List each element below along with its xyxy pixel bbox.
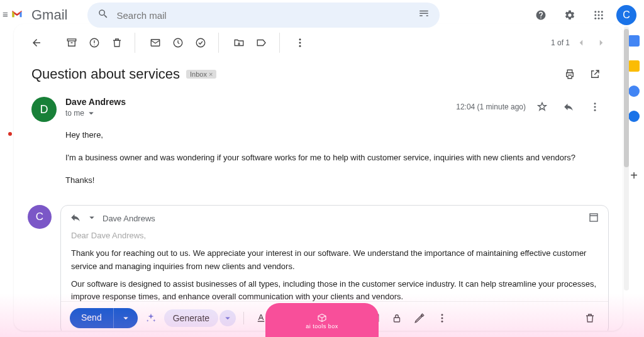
email-view: 1 of 1 Question about services Inbox× D …	[14, 24, 623, 331]
generate-button[interactable]: Generate	[164, 309, 218, 327]
svg-point-6	[594, 18, 596, 19]
email-more-icon[interactable]	[585, 97, 605, 117]
svg-point-4	[598, 14, 600, 16]
search-input[interactable]	[116, 10, 411, 21]
sender-avatar[interactable]: D	[31, 97, 57, 122]
svg-point-5	[601, 14, 603, 16]
search-icon	[97, 8, 109, 22]
send-button[interactable]: Send	[70, 308, 138, 328]
more-icon[interactable]	[290, 33, 310, 53]
svg-point-15	[299, 42, 301, 44]
compose-more-icon[interactable]	[433, 309, 452, 328]
sender-name: Dave Andrews	[65, 97, 447, 107]
labels-icon[interactable]	[252, 33, 272, 53]
remove-label-icon[interactable]: ×	[209, 70, 213, 78]
svg-point-8	[601, 18, 603, 19]
svg-rect-20	[590, 214, 597, 221]
keep-app-icon[interactable]	[628, 60, 640, 72]
svg-point-17	[594, 102, 596, 104]
star-icon[interactable]	[532, 97, 552, 117]
notification-dot	[8, 132, 12, 136]
svg-point-0	[594, 11, 596, 13]
contacts-app-icon[interactable]	[628, 111, 640, 122]
svg-rect-24	[394, 318, 400, 323]
prev-icon[interactable]	[572, 34, 590, 52]
print-icon[interactable]	[560, 64, 580, 84]
account-avatar[interactable]: C	[616, 5, 636, 25]
svg-point-7	[598, 18, 600, 19]
popout-icon[interactable]	[588, 212, 599, 225]
move-to-icon[interactable]	[229, 33, 249, 53]
email-toolbar: 1 of 1	[14, 33, 623, 59]
svg-point-1	[598, 11, 600, 13]
calendar-app-icon[interactable]	[628, 35, 640, 47]
gmail-logo-text: Gmail	[31, 7, 67, 23]
settings-icon[interactable]	[558, 4, 581, 26]
top-bar: Gmail C	[0, 0, 644, 30]
my-avatar: C	[28, 205, 52, 229]
svg-point-14	[299, 38, 301, 40]
email-subject: Question about services	[31, 66, 180, 82]
open-new-window-icon[interactable]	[585, 64, 605, 84]
signature-icon[interactable]	[410, 309, 429, 328]
snooze-icon[interactable]	[168, 33, 188, 53]
email-body: Hey there, I'm a business owner and was …	[14, 126, 623, 199]
svg-point-13	[196, 38, 205, 47]
reply-type-icon[interactable]	[70, 212, 81, 225]
watermark-badge: ai tools box	[265, 303, 379, 337]
page-count: 1 of 1	[551, 38, 570, 47]
search-box[interactable]	[87, 3, 440, 28]
confidential-icon[interactable]	[387, 309, 406, 328]
svg-point-18	[594, 106, 596, 108]
mark-unread-icon[interactable]	[145, 33, 165, 53]
add-app-icon[interactable]: +	[630, 168, 638, 183]
svg-point-25	[441, 314, 443, 316]
svg-rect-9	[67, 39, 76, 41]
recipient-line[interactable]: to me	[65, 108, 447, 119]
svg-point-3	[594, 14, 596, 16]
scrollbar[interactable]	[624, 26, 629, 290]
reply-dropdown-icon[interactable]	[86, 212, 97, 225]
apps-icon[interactable]	[587, 4, 610, 26]
add-task-icon[interactable]	[191, 33, 211, 53]
reply-icon[interactable]	[558, 97, 579, 117]
svg-point-2	[601, 11, 603, 13]
svg-point-27	[441, 321, 443, 323]
search-options-icon[interactable]	[418, 8, 430, 22]
inbox-label[interactable]: Inbox×	[186, 70, 216, 79]
generate-more-icon[interactable]	[219, 310, 236, 326]
support-icon[interactable]	[530, 4, 552, 26]
discard-draft-icon[interactable]	[580, 309, 599, 328]
compose-body[interactable]: Dear Dave Andrews, Thank you for reachin…	[61, 232, 608, 301]
spam-icon[interactable]	[84, 33, 104, 53]
compose-recipient[interactable]: Dave Andrews	[103, 214, 155, 223]
gmail-logo[interactable]: Gmail	[11, 7, 67, 23]
gmail-logo-icon	[11, 8, 29, 22]
svg-point-16	[299, 45, 301, 47]
ai-sparkle-icon[interactable]	[142, 309, 160, 328]
chevron-down-icon	[86, 108, 97, 119]
svg-point-26	[441, 318, 443, 319]
archive-icon[interactable]	[62, 33, 82, 53]
box-icon	[316, 311, 328, 323]
email-timestamp: 12:04 (1 minute ago)	[456, 102, 526, 111]
next-icon[interactable]	[592, 34, 610, 52]
back-icon[interactable]	[26, 33, 47, 53]
tasks-app-icon[interactable]	[628, 86, 640, 97]
send-options-icon[interactable]	[113, 308, 138, 328]
delete-icon[interactable]	[107, 33, 127, 53]
svg-point-19	[594, 109, 596, 111]
